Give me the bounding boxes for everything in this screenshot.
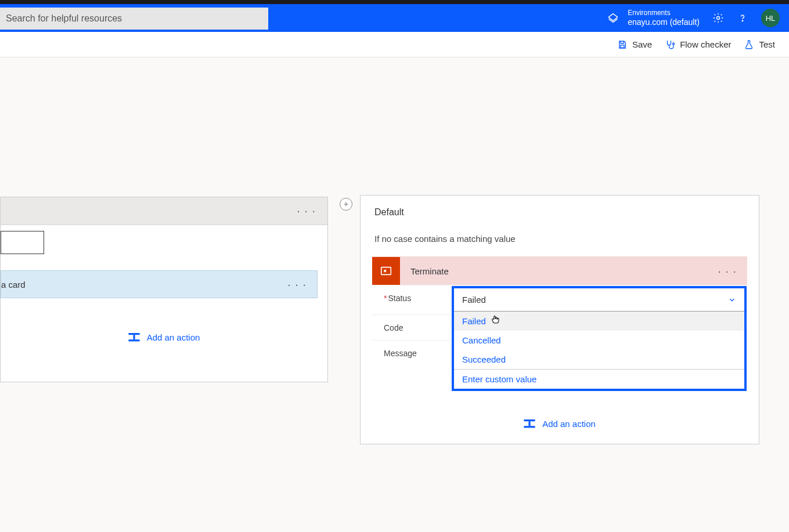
add-action-label: Add an action: [542, 419, 596, 429]
svg-rect-2: [621, 45, 624, 48]
required-asterisk: *: [384, 294, 387, 303]
status-selected-value: Failed: [462, 295, 486, 305]
stethoscope-icon: [665, 39, 675, 50]
svg-rect-10: [524, 426, 535, 428]
svg-point-3: [673, 43, 675, 45]
svg-point-1: [742, 20, 743, 21]
add-action-icon: [524, 419, 535, 429]
svg-rect-7: [381, 267, 391, 275]
search-input[interactable]: [0, 8, 268, 30]
svg-point-0: [717, 17, 720, 20]
case-card-body: a card · · · Add an action: [1, 225, 327, 237]
cursor-hand-icon: [490, 314, 500, 325]
add-action-button[interactable]: Add an action: [1, 332, 327, 342]
topbar-dark-strip: [0, 0, 789, 4]
flow-canvas[interactable]: · · · a card · · · Add an action Default…: [0, 57, 789, 532]
case-action-row[interactable]: a card · · ·: [1, 270, 318, 298]
more-icon[interactable]: · · ·: [718, 265, 737, 278]
status-option-cancelled[interactable]: Cancelled: [454, 331, 744, 350]
flow-checker-button[interactable]: Flow checker: [665, 39, 731, 50]
terminate-icon: [372, 257, 400, 285]
flask-icon: [744, 39, 754, 50]
default-title: Default: [361, 196, 759, 218]
environment-selector[interactable]: Environments enayu.com (default): [607, 9, 700, 27]
case-card-header: · · ·: [1, 197, 327, 225]
more-icon[interactable]: · · ·: [287, 278, 307, 291]
status-dropdown-list: Failed Cancelled Succeeded Enter custom …: [454, 312, 744, 389]
add-branch-button[interactable]: [340, 198, 352, 211]
svg-rect-6: [128, 339, 139, 341]
environment-icon: [607, 12, 619, 24]
add-action-button[interactable]: Add an action: [361, 419, 759, 429]
toolbar: Save Flow checker Test: [0, 32, 789, 57]
status-option-succeeded[interactable]: Succeeded: [454, 350, 744, 369]
plus-icon: [343, 201, 350, 208]
test-button[interactable]: Test: [744, 39, 775, 50]
status-option-failed[interactable]: Failed: [454, 312, 744, 331]
save-icon: [617, 39, 628, 50]
case-action-label: a card: [1, 280, 26, 289]
save-label: Save: [632, 39, 652, 49]
add-action-label: Add an action: [147, 332, 200, 342]
topbar-right: Environments enayu.com (default) HL: [607, 9, 780, 27]
case-value-input[interactable]: [1, 231, 44, 254]
status-dropdown-selected[interactable]: Failed: [454, 288, 744, 312]
gear-icon[interactable]: [712, 12, 724, 24]
svg-rect-9: [529, 421, 531, 426]
chevron-down-icon: [728, 296, 736, 304]
flow-checker-label: Flow checker: [680, 39, 731, 49]
svg-rect-8: [524, 419, 535, 421]
svg-rect-4: [128, 333, 139, 335]
svg-rect-5: [133, 335, 135, 339]
environment-label: Environments: [628, 9, 700, 17]
terminate-header[interactable]: Terminate · · ·: [372, 257, 747, 285]
status-dropdown: Failed Failed Cancelled Succeeded Enter …: [452, 286, 747, 391]
status-option-custom[interactable]: Enter custom value: [454, 369, 744, 389]
environment-text: Environments enayu.com (default): [628, 9, 700, 27]
more-icon[interactable]: · · ·: [297, 204, 316, 218]
case-card: · · · a card · · · Add an action: [0, 197, 328, 382]
environment-name: enayu.com (default): [628, 17, 700, 27]
avatar[interactable]: HL: [761, 9, 780, 27]
save-button[interactable]: Save: [617, 39, 652, 50]
test-label: Test: [759, 39, 775, 49]
topbar: Environments enayu.com (default) HL: [0, 4, 789, 32]
default-subtitle: If no case contains a matching value: [361, 218, 759, 244]
help-icon[interactable]: [737, 12, 748, 24]
terminate-title: Terminate: [410, 266, 449, 276]
add-action-icon: [128, 333, 140, 342]
